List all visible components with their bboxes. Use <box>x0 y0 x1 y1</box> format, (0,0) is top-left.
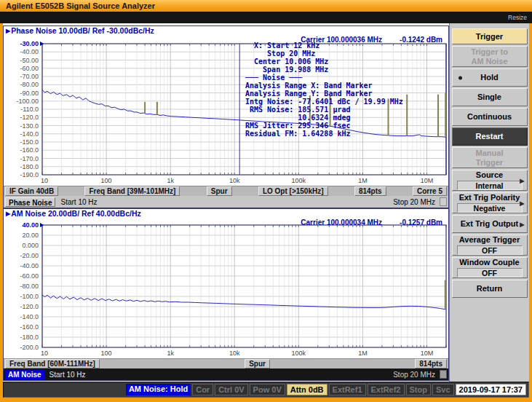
am-start-label: Start 10 Hz <box>49 371 86 379</box>
softkey-trigger-to-am-noise[interactable]: Trigger toAM Noise <box>452 46 528 67</box>
svg-text:-20.00: -20.00 <box>20 252 39 259</box>
resize-button[interactable]: Resize <box>508 15 527 21</box>
menu-strip: Resize <box>0 12 532 23</box>
svg-text:-90.00: -90.00 <box>20 90 39 97</box>
svg-text:100: 100 <box>101 350 112 357</box>
am-plot-wrap: 40.0020.000.000-20.00-40.00-60.00-80.00-… <box>4 218 448 358</box>
svg-text:1k: 1k <box>167 350 174 357</box>
datetime-display: 2019-09-17 17:37 <box>456 384 526 395</box>
svg-text:-150.0: -150.0 <box>20 138 39 146</box>
svg-text:-170.0: -170.0 <box>20 155 39 162</box>
svg-text:-180.0: -180.0 <box>20 163 39 170</box>
am-noise-plot[interactable]: 40.0020.000.000-20.00-40.00-60.00-80.00-… <box>4 218 450 358</box>
am-noise-window[interactable]: ▶ AM Noise 20.00dB/ Ref 40.00dBc/Hz 40.0… <box>3 208 449 381</box>
svg-text:10M: 10M <box>421 177 434 184</box>
svg-text:-200.0: -200.0 <box>20 344 39 351</box>
svg-text:-180.0: -180.0 <box>20 334 39 341</box>
svg-text:1M: 1M <box>358 350 368 357</box>
svg-text:-120.0: -120.0 <box>20 303 39 310</box>
ctrl-voltage-indicator: Ctrl 0V <box>215 384 247 395</box>
trace-area: ▶ Phase Noise 10.00dB/ Ref -30.00dBc/Hz … <box>3 23 449 382</box>
stop-indicator: Stop <box>406 384 431 395</box>
svg-text:100k: 100k <box>292 350 306 357</box>
svg-text:-130.0: -130.0 <box>20 122 39 130</box>
am-settings-bar: Freq Band [60M-111MHz]Spur814pts <box>4 358 448 368</box>
instrument-status-bar: AM Noise: HoldCorCtrl 0VPow 0VAttn 0dBEx… <box>3 382 529 398</box>
phase-window-handle[interactable] <box>440 197 447 206</box>
softkey-source[interactable]: SourceInternal▶ <box>452 170 528 191</box>
phase-window-tab[interactable]: Phase Noise <box>5 197 55 207</box>
instrument-screen: Agilent E5052B Signal Source Analyzer Re… <box>0 0 532 402</box>
svg-text:-110.0: -110.0 <box>20 106 39 113</box>
am-noise-header: ▶ AM Noise 20.00dB/ Ref 40.00dBc/Hz <box>4 209 448 218</box>
svg-text:10: 10 <box>41 177 48 184</box>
svg-text:100k: 100k <box>292 177 306 184</box>
softkey-trigger-title: Trigger <box>452 28 528 44</box>
if-gain-setting: IF Gain 40dB <box>5 186 58 196</box>
trace-marker-icon: ▶ <box>6 26 10 36</box>
submenu-arrow-icon: ▶ <box>520 219 524 229</box>
phase-status-row: Phase Noise Start 10 Hz Stop 20 MHz <box>4 196 448 208</box>
svg-text:-100.0: -100.0 <box>20 293 39 300</box>
submenu-arrow-icon: ▶ <box>520 198 524 208</box>
submenu-arrow-icon: ▶ <box>520 176 524 185</box>
svg-text:-70.00: -70.00 <box>20 73 39 80</box>
svg-text:-30.00: -30.00 <box>20 40 39 47</box>
softkey-continuous[interactable]: Continuous <box>452 108 528 126</box>
phase-carrier-power: -0.1242 dBm <box>400 36 442 44</box>
softkey-return[interactable]: Return <box>452 280 528 298</box>
am-scale-label: AM Noise 20.00dB/ Ref 40.00dBc/Hz <box>11 209 141 218</box>
softkey-ext-trig-output[interactable]: Ext Trig Output▶ <box>452 215 528 233</box>
am-window-tab[interactable]: AM Noise <box>5 370 44 379</box>
freq-band-setting: Freq Band [39M-101MHz] <box>84 186 180 196</box>
spur-setting: Spur <box>245 359 270 368</box>
am-carrier-power: -0.1257 dBm <box>400 218 442 226</box>
svg-text:-50.00: -50.00 <box>20 57 39 64</box>
titlebar: Agilent E5052B Signal Source Analyzer <box>0 0 532 12</box>
softkey-ext-trig-polarity[interactable]: Ext Trig PolarityNegative▶ <box>452 192 528 213</box>
trace-marker-icon: ▶ <box>6 209 10 218</box>
svg-text:-100.00: -100.00 <box>16 98 39 105</box>
am-stop-label: Stop 20 MHz <box>393 371 435 379</box>
phase-analysis-readout: X: Start 12 kHz Stop 20 MHz Center 10.00… <box>245 42 403 138</box>
extref2-indicator: ExtRef2 <box>368 384 405 395</box>
correction-indicator: Cor <box>192 384 213 395</box>
extref1-indicator: ExtRef1 <box>329 384 366 395</box>
svg-text:-140.0: -140.0 <box>20 130 39 138</box>
phase-scale-label: Phase Noise 10.00dB/ Ref -30.00dBc/Hz <box>11 26 154 36</box>
svg-text:-140.0: -140.0 <box>20 313 39 320</box>
softkey-average-trigger[interactable]: Average TriggerOFF <box>452 234 528 256</box>
phase-noise-header: ▶ Phase Noise 10.00dB/ Ref -30.00dBc/Hz <box>4 26 448 36</box>
svg-text:-160.0: -160.0 <box>20 146 39 154</box>
phase-start-label: Start 10 Hz <box>60 198 97 206</box>
attenuator-indicator[interactable]: Attn 0dB <box>287 384 327 395</box>
svg-text:10: 10 <box>41 350 48 357</box>
svg-text:1M: 1M <box>358 177 368 184</box>
svg-text:-60.00: -60.00 <box>20 272 39 280</box>
selected-radio-icon <box>458 76 462 79</box>
svg-text:-120.0: -120.0 <box>20 114 39 121</box>
svg-text:-160.0: -160.0 <box>20 323 39 331</box>
softkey-hold[interactable]: Hold <box>452 68 528 87</box>
am-noise-hold-status[interactable]: AM Noise: Hold <box>126 384 191 395</box>
window-title: Agilent E5052B Signal Source Analyzer <box>6 1 155 10</box>
correlation-setting: Corre 5 <box>413 186 447 196</box>
softkey-single[interactable]: Single <box>452 88 528 106</box>
softkey-window-couple[interactable]: Window CoupleOFF <box>452 257 528 278</box>
svg-text:0.000: 0.000 <box>22 242 39 249</box>
spur-setting: Spur <box>207 186 232 196</box>
points-setting: 814pts <box>354 186 386 196</box>
power-voltage-indicator: Pow 0V <box>250 384 285 395</box>
svg-text:-80.00: -80.00 <box>20 283 39 290</box>
freq-band-setting: Freq Band [60M-111MHz] <box>5 359 100 368</box>
svg-text:40.00: 40.00 <box>22 221 39 229</box>
softkey-manual-trigger[interactable]: ManualTrigger <box>452 147 528 168</box>
points-setting: 814pts <box>415 359 447 368</box>
svg-text:-60.00: -60.00 <box>20 65 39 72</box>
am-carrier-frequency: Carrier 100.000034 MHz <box>301 218 382 226</box>
am-window-handle[interactable] <box>440 370 447 379</box>
svg-text:-40.00: -40.00 <box>20 262 39 269</box>
svg-text:-190.0: -190.0 <box>20 171 39 178</box>
softkey-restart[interactable]: Restart <box>452 127 528 146</box>
phase-noise-window[interactable]: ▶ Phase Noise 10.00dB/ Ref -30.00dBc/Hz … <box>3 25 449 208</box>
